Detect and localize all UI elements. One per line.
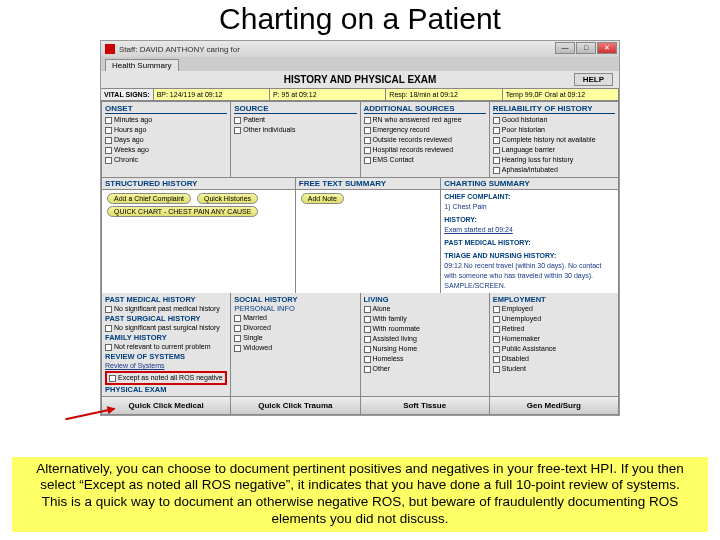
pmh-item[interactable]: No significant past medical history	[105, 304, 227, 314]
reliability-item[interactable]: Good historian	[493, 115, 615, 125]
source-item[interactable]: Other individuals	[234, 125, 356, 135]
bottom-button-row: Quick Click Medical Quick Click Trauma S…	[101, 396, 619, 415]
living-item[interactable]: Other	[364, 364, 486, 374]
caption-box: Alternatively, you can choose to documen…	[12, 457, 708, 533]
reliability-item[interactable]: Hearing loss for history	[493, 155, 615, 165]
social-item[interactable]: Single	[234, 333, 356, 343]
addl-section: ADDITIONAL SOURCES RN who answered red a…	[361, 101, 490, 178]
employment-col: EMPLOYMENT Employed Unemployed Retired H…	[490, 293, 618, 396]
main-header: HISTORY AND PHYSICAL EXAM HELP	[101, 71, 619, 88]
reliability-item[interactable]: Language barrier	[493, 145, 615, 155]
structured-hdr: STRUCTURED HISTORY	[102, 178, 295, 190]
addl-item[interactable]: EMS Contact	[364, 155, 486, 165]
reliability-item[interactable]: Aphasia/intubated	[493, 165, 615, 175]
tab-health-summary[interactable]: Health Summary	[105, 59, 179, 71]
pmh-col: PAST MEDICAL HISTORY No significant past…	[102, 293, 231, 396]
ros-link[interactable]: Review of Systems	[105, 361, 227, 371]
app-icon	[105, 44, 115, 54]
charting-hdr: CHARTING SUMMARY	[441, 178, 618, 190]
addl-item[interactable]: Outside records reviewed	[364, 135, 486, 145]
reliability-item[interactable]: Poor historian	[493, 125, 615, 135]
charting-summary: CHIEF COMPLAINT: 1) Chest Pain HISTORY: …	[441, 190, 618, 293]
onset-item[interactable]: Minutes ago	[105, 115, 227, 125]
window-title: Staff: DAVID ANTHONY caring for	[119, 45, 240, 54]
addl-item[interactable]: RN who answered red agree	[364, 115, 486, 125]
social-item[interactable]: Divorced	[234, 323, 356, 333]
vitals-label: VITAL SIGNS:	[101, 89, 154, 100]
soft-tissue-button[interactable]: Soft Tissue	[361, 397, 490, 414]
source-section: SOURCE Patient Other individuals	[231, 101, 360, 178]
close-button[interactable]: ✕	[597, 42, 617, 54]
add-note-button[interactable]: Add Note	[301, 193, 344, 204]
social-item[interactable]: Widowed	[234, 343, 356, 353]
quick-click-trauma-button[interactable]: Quick Click Trauma	[231, 397, 360, 414]
onset-item[interactable]: Hours ago	[105, 125, 227, 135]
employment-item[interactable]: Public Assistance	[493, 344, 615, 354]
employment-item[interactable]: Retired	[493, 324, 615, 334]
freetext-hdr: FREE TEXT SUMMARY	[296, 178, 441, 190]
living-item[interactable]: Assisted living	[364, 334, 486, 344]
app-window: Staff: DAVID ANTHONY caring for — □ ✕ He…	[100, 40, 620, 416]
social-item[interactable]: Married	[234, 313, 356, 323]
addl-item[interactable]: Emergency record	[364, 125, 486, 135]
maximize-button[interactable]: □	[576, 42, 596, 54]
structured-body: Add a Chief Complaint Quick Histories QU…	[102, 190, 295, 260]
ros-negative-highlight: Except as noted all ROS negative	[105, 371, 227, 385]
employment-item[interactable]: Unemployed	[493, 314, 615, 324]
reliability-section: RELIABILITY OF HISTORY Good historian Po…	[490, 101, 619, 178]
vitals-temp: Temp 99.0F Oral at 09:12	[503, 89, 619, 100]
onset-item[interactable]: Days ago	[105, 135, 227, 145]
living-col: LIVING Alone With family With roommate A…	[361, 293, 490, 396]
quick-histories-button[interactable]: Quick Histories	[197, 193, 258, 204]
vitals-resp: Resp: 18/min at 09:12	[386, 89, 502, 100]
gen-medsurg-button[interactable]: Gen Med/Surg	[490, 397, 618, 414]
slide-title: Charting on a Patient	[0, 0, 720, 40]
psh-item[interactable]: No significant past surgical history	[105, 323, 227, 333]
vitals-row: VITAL SIGNS: BP: 124/119 at 09:12 P: 95 …	[101, 88, 619, 101]
living-item[interactable]: With roommate	[364, 324, 486, 334]
ros-negative-item[interactable]: Except as noted all ROS negative	[109, 373, 223, 383]
addl-item[interactable]: Hospital records reviewed	[364, 145, 486, 155]
social-col: SOCIAL HISTORY PERSONAL INFO Married Div…	[231, 293, 360, 396]
tab-strip: Health Summary	[101, 57, 619, 71]
employment-item[interactable]: Student	[493, 364, 615, 374]
employment-item[interactable]: Employed	[493, 304, 615, 314]
titlebar: Staff: DAVID ANTHONY caring for — □ ✕	[101, 41, 619, 57]
help-button[interactable]: HELP	[574, 73, 613, 86]
living-item[interactable]: Nursing Home	[364, 344, 486, 354]
onset-item[interactable]: Weeks ago	[105, 145, 227, 155]
quick-click-medical-button[interactable]: Quick Click Medical	[102, 397, 231, 414]
vitals-bp: BP: 124/119 at 09:12	[154, 89, 270, 100]
reliability-item[interactable]: Complete history not available	[493, 135, 615, 145]
fh-item[interactable]: Not relevant to current problem	[105, 342, 227, 352]
living-item[interactable]: Homeless	[364, 354, 486, 364]
living-item[interactable]: With family	[364, 314, 486, 324]
employment-item[interactable]: Disabled	[493, 354, 615, 364]
employment-item[interactable]: Homemaker	[493, 334, 615, 344]
source-item[interactable]: Patient	[234, 115, 356, 125]
onset-item[interactable]: Chronic	[105, 155, 227, 165]
onset-section: ONSET Minutes ago Hours ago Days ago Wee…	[101, 101, 231, 178]
freetext-body: Add Note	[296, 190, 441, 260]
living-item[interactable]: Alone	[364, 304, 486, 314]
quick-chart-button[interactable]: QUICK CHART - CHEST PAIN ANY CAUSE	[107, 206, 258, 217]
vitals-pulse: P: 95 at 09:12	[270, 89, 386, 100]
minimize-button[interactable]: —	[555, 42, 575, 54]
add-chief-complaint-button[interactable]: Add a Chief Complaint	[107, 193, 191, 204]
